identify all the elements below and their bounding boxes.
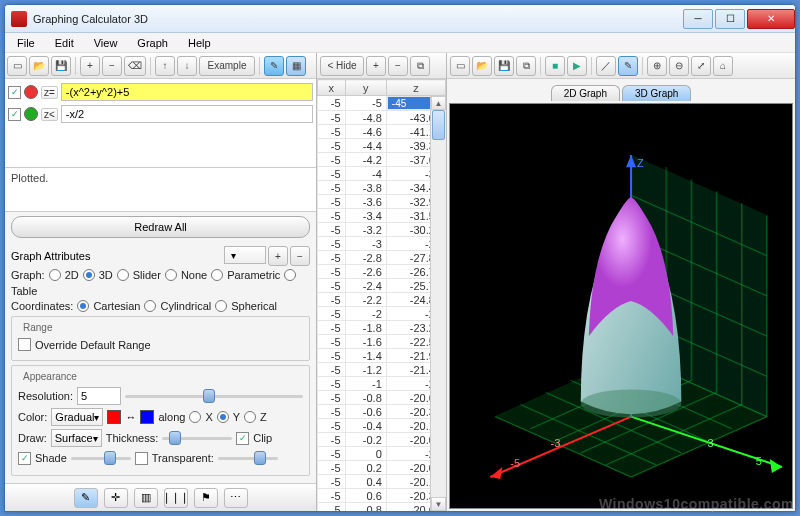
color-to-chip[interactable] bbox=[140, 410, 154, 424]
table-row[interactable]: -5-0.2-20.04 bbox=[318, 433, 446, 447]
play-button[interactable]: ▶ bbox=[567, 56, 587, 76]
color-mode-select[interactable]: Gradual ▾ bbox=[51, 408, 103, 426]
grid-button[interactable]: ▦ bbox=[286, 56, 306, 76]
table-row[interactable]: -5-2.4-25.76 bbox=[318, 279, 446, 293]
equation-input[interactable] bbox=[61, 105, 313, 123]
table-row[interactable]: -5-3.6-32.96 bbox=[318, 195, 446, 209]
table-row[interactable]: -5-1.6-22.56 bbox=[318, 335, 446, 349]
table-row[interactable]: -5-2.8-27.84 bbox=[318, 251, 446, 265]
transparent-slider[interactable] bbox=[218, 450, 278, 466]
table-row[interactable]: -5-1-21 bbox=[318, 377, 446, 391]
radio-along-x[interactable] bbox=[189, 411, 201, 423]
menu-file[interactable]: File bbox=[9, 35, 43, 51]
down-button[interactable]: ↓ bbox=[177, 56, 197, 76]
new-plot-button[interactable]: ▭ bbox=[450, 56, 470, 76]
hide-button[interactable]: < Hide bbox=[320, 56, 364, 76]
radio-table[interactable] bbox=[284, 269, 296, 281]
eq-type-label[interactable]: z< bbox=[41, 108, 58, 121]
resolution-input[interactable] bbox=[77, 387, 121, 405]
radio-slider[interactable] bbox=[117, 269, 129, 281]
crosshair-icon[interactable]: ✛ bbox=[104, 488, 128, 508]
col-header[interactable]: y bbox=[345, 80, 386, 96]
menu-help[interactable]: Help bbox=[180, 35, 219, 51]
table-row[interactable]: -50.2-20.04 bbox=[318, 461, 446, 475]
scroll-up-icon[interactable]: ▲ bbox=[431, 96, 446, 110]
zoom-out-icon[interactable]: ⊖ bbox=[669, 56, 689, 76]
table-row[interactable]: -5-0.4-20.16 bbox=[318, 419, 446, 433]
radio-cartesian[interactable] bbox=[77, 300, 89, 312]
copy-plot-button[interactable]: ⧉ bbox=[516, 56, 536, 76]
table-row[interactable]: -5-1.2-21.44 bbox=[318, 363, 446, 377]
attrib-remove-button[interactable]: − bbox=[290, 246, 310, 266]
stop-button[interactable]: ■ bbox=[545, 56, 565, 76]
new-doc-button[interactable]: ▭ bbox=[7, 56, 27, 76]
radio-3d[interactable] bbox=[83, 269, 95, 281]
zoom-fit-icon[interactable]: ⤢ bbox=[691, 56, 711, 76]
save-button[interactable]: 💾 bbox=[51, 56, 71, 76]
color-from-chip[interactable] bbox=[107, 410, 121, 424]
swap-icon[interactable]: ↔ bbox=[125, 411, 136, 423]
menu-graph[interactable]: Graph bbox=[129, 35, 176, 51]
save-plot-button[interactable]: 💾 bbox=[494, 56, 514, 76]
mid-remove-button[interactable]: − bbox=[388, 56, 408, 76]
eq-checkbox[interactable]: ✓ bbox=[8, 86, 21, 99]
table-row[interactable]: -5-5-45 bbox=[318, 96, 446, 111]
table-row[interactable]: -5-0.8-20.64 bbox=[318, 391, 446, 405]
radio-parametric[interactable] bbox=[211, 269, 223, 281]
draw-mode-select[interactable]: Surface ▾ bbox=[51, 429, 102, 447]
3d-viewport[interactable]: Z -5 -3 3 5 bbox=[449, 103, 793, 509]
mid-add-button[interactable]: + bbox=[366, 56, 386, 76]
eq-type-label[interactable]: z= bbox=[41, 86, 58, 99]
table-row[interactable]: -50.6-20.36 bbox=[318, 489, 446, 503]
table-row[interactable]: -5-3.8-34.44 bbox=[318, 181, 446, 195]
shade-slider[interactable] bbox=[71, 450, 131, 466]
table-row[interactable]: -5-4.2-37.64 bbox=[318, 153, 446, 167]
wand-button[interactable]: ✎ bbox=[264, 56, 284, 76]
table-row[interactable]: -5-2.2-24.84 bbox=[318, 293, 446, 307]
clip-checkbox[interactable]: ✓ bbox=[236, 432, 249, 445]
override-range-checkbox[interactable] bbox=[18, 338, 31, 351]
table-row[interactable]: -5-1.8-23.24 bbox=[318, 321, 446, 335]
radio-2d[interactable] bbox=[49, 269, 61, 281]
bars-icon[interactable]: ❘❘❘ bbox=[164, 488, 188, 508]
table-icon[interactable]: ▥ bbox=[134, 488, 158, 508]
open-plot-button[interactable]: 📂 bbox=[472, 56, 492, 76]
transparent-checkbox[interactable] bbox=[135, 452, 148, 465]
eq-color-swatch[interactable] bbox=[24, 107, 38, 121]
radio-along-z[interactable] bbox=[244, 411, 256, 423]
table-row[interactable]: -5-4.4-39.36 bbox=[318, 139, 446, 153]
radio-none[interactable] bbox=[165, 269, 177, 281]
data-table[interactable]: xyz-5-5-45-5-4.8-43.04-5-4.6-41.16-5-4.4… bbox=[317, 79, 446, 511]
table-row[interactable]: -5-1.4-21.96 bbox=[318, 349, 446, 363]
clear-button[interactable]: ⌫ bbox=[124, 56, 146, 76]
remove-button[interactable]: − bbox=[102, 56, 122, 76]
col-header[interactable]: x bbox=[318, 80, 346, 96]
scroll-down-icon[interactable]: ▼ bbox=[431, 497, 446, 511]
draw-tool-icon[interactable]: ✎ bbox=[618, 56, 638, 76]
table-row[interactable]: -5-2.6-26.76 bbox=[318, 265, 446, 279]
table-row[interactable]: -50.4-20.16 bbox=[318, 475, 446, 489]
table-row[interactable]: -5-4-36 bbox=[318, 167, 446, 181]
more-icon[interactable]: ⋯ bbox=[224, 488, 248, 508]
redraw-all-button[interactable]: Redraw All bbox=[11, 216, 310, 238]
thickness-slider[interactable] bbox=[162, 430, 232, 446]
radio-spherical[interactable] bbox=[215, 300, 227, 312]
eq-checkbox[interactable]: ✓ bbox=[8, 108, 21, 121]
shade-checkbox[interactable]: ✓ bbox=[18, 452, 31, 465]
attrib-select[interactable]: ▾ bbox=[224, 246, 266, 264]
table-row[interactable]: -5-0.6-20.36 bbox=[318, 405, 446, 419]
col-header[interactable]: z bbox=[386, 80, 445, 96]
home-view-icon[interactable]: ⌂ bbox=[713, 56, 733, 76]
maximize-button[interactable]: ☐ bbox=[715, 9, 745, 29]
example-button[interactable]: Example bbox=[199, 56, 255, 76]
flag-icon[interactable]: ⚑ bbox=[194, 488, 218, 508]
zoom-in-icon[interactable]: ⊕ bbox=[647, 56, 667, 76]
pencil-icon[interactable]: ✎ bbox=[74, 488, 98, 508]
add-button[interactable]: + bbox=[80, 56, 100, 76]
attrib-add-button[interactable]: + bbox=[268, 246, 288, 266]
radio-along-y[interactable] bbox=[217, 411, 229, 423]
table-row[interactable]: -5-3.2-30.24 bbox=[318, 223, 446, 237]
resolution-slider[interactable] bbox=[125, 388, 303, 404]
scroll-thumb[interactable] bbox=[432, 110, 445, 140]
titlebar[interactable]: Graphing Calculator 3D ─ ☐ ✕ bbox=[5, 5, 795, 33]
